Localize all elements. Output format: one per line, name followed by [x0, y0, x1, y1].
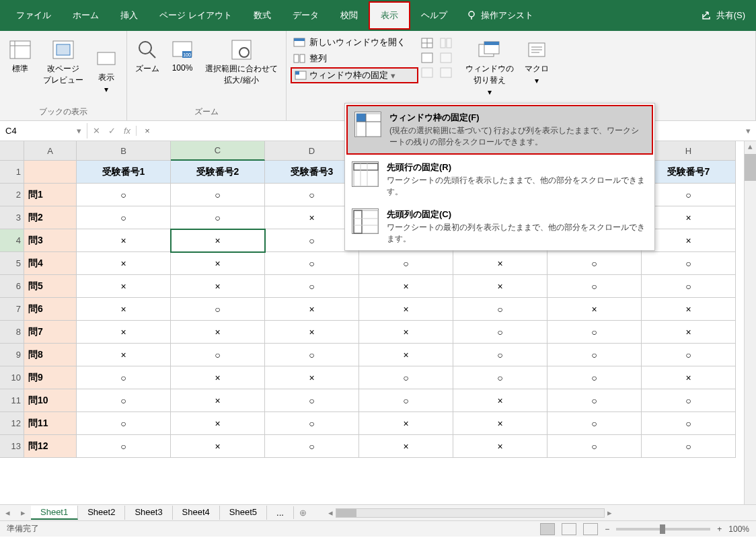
sync-scroll-icon[interactable] — [440, 52, 452, 63]
row-label[interactable]: 問3 — [24, 229, 77, 252]
row-header[interactable]: 11 — [0, 389, 24, 412]
cell[interactable]: × — [265, 321, 359, 344]
cell[interactable]: ○ — [77, 184, 171, 206]
sheet-tab[interactable]: Sheet4 — [173, 506, 220, 520]
cell[interactable]: × — [171, 389, 265, 412]
cell[interactable]: ○ — [642, 344, 736, 366]
column-title[interactable]: 受験番号7 — [642, 161, 736, 184]
cell[interactable]: × — [265, 298, 359, 321]
cell[interactable]: × — [77, 252, 171, 275]
row-header[interactable]: 7 — [0, 298, 24, 321]
share-button[interactable]: 共有(S) — [696, 4, 751, 27]
row-header[interactable]: 1 — [0, 161, 24, 184]
cell[interactable]: × — [359, 275, 453, 298]
tab-insert[interactable]: 挿入 — [110, 3, 149, 28]
cell[interactable]: × — [453, 275, 547, 298]
cell[interactable]: ○ — [77, 366, 171, 389]
cell[interactable]: ○ — [359, 366, 453, 389]
zoom-slider[interactable] — [616, 528, 710, 531]
view-normal-button[interactable]: 標準 — [4, 35, 36, 77]
row-header[interactable]: 8 — [0, 321, 24, 344]
arrange-button[interactable]: 整列 — [291, 51, 418, 66]
tab-data[interactable]: データ — [282, 3, 330, 28]
cell[interactable]: × — [359, 412, 453, 435]
row-label[interactable]: 問7 — [24, 321, 77, 344]
column-header[interactable]: A — [24, 141, 77, 161]
cell[interactable]: × — [453, 252, 547, 275]
row-header[interactable]: 5 — [0, 252, 24, 275]
zoom-100-button[interactable]: 100 100% — [166, 35, 198, 75]
view-show-button[interactable]: 表示 ▾ — [90, 44, 122, 97]
row-label[interactable]: 問1 — [24, 184, 77, 206]
tab-view[interactable]: 表示 — [369, 1, 410, 30]
row-header[interactable]: 13 — [0, 435, 24, 458]
cell[interactable]: ○ — [642, 184, 736, 206]
zoom-level[interactable]: 100% — [728, 524, 749, 534]
cell[interactable]: ○ — [265, 435, 359, 458]
sheet-tab[interactable]: Sheet5 — [220, 506, 267, 520]
zoom-button[interactable]: ズーム — [131, 35, 163, 77]
cell[interactable]: × — [171, 252, 265, 275]
cancel-icon[interactable]: ✕ — [93, 126, 100, 136]
cell[interactable]: × — [171, 321, 265, 344]
cell[interactable]: × — [171, 275, 265, 298]
expand-formula-icon[interactable]: ▾ — [741, 126, 756, 136]
row-label[interactable]: 問11 — [24, 412, 77, 435]
split-icon[interactable] — [421, 38, 433, 48]
freeze-panes-option[interactable]: ウィンドウ枠の固定(F) (現在の選択範囲に基づいて) 行および列を表示したまま… — [346, 105, 653, 155]
cell[interactable]: × — [171, 229, 265, 252]
tab-help[interactable]: ヘルプ — [410, 3, 458, 28]
cell[interactable]: ○ — [453, 321, 547, 344]
cell[interactable]: ○ — [547, 389, 642, 412]
cell[interactable]: × — [642, 298, 736, 321]
cell[interactable]: ○ — [642, 252, 736, 275]
cell[interactable]: × — [642, 321, 736, 344]
cell[interactable]: ○ — [547, 321, 642, 344]
cell[interactable]: ○ — [171, 206, 265, 229]
sheet-nav-next[interactable]: ▸ — [15, 508, 31, 518]
view-layout-icon[interactable] — [562, 523, 576, 535]
sheets-more[interactable]: ... — [267, 506, 294, 519]
cell[interactable]: × — [171, 366, 265, 389]
cell[interactable]: × — [171, 435, 265, 458]
cell[interactable]: × — [77, 229, 171, 252]
column-header[interactable]: B — [77, 141, 171, 161]
row-label[interactable]: 問12 — [24, 435, 77, 458]
row-label[interactable]: 問6 — [24, 298, 77, 321]
cell[interactable]: ○ — [171, 298, 265, 321]
cell[interactable]: × — [265, 366, 359, 389]
scroll-thumb[interactable] — [745, 154, 756, 181]
search-assist[interactable]: 操作アシスト — [466, 9, 533, 22]
tab-layout[interactable]: ページ レイアウト — [149, 3, 243, 28]
row-label[interactable]: 問5 — [24, 275, 77, 298]
view-break-icon[interactable] — [583, 523, 598, 535]
row-label[interactable]: 問10 — [24, 389, 77, 412]
cell[interactable]: ○ — [77, 435, 171, 458]
unhide-icon[interactable] — [421, 67, 433, 78]
cell[interactable]: × — [359, 321, 453, 344]
cell[interactable]: × — [77, 321, 171, 344]
cell[interactable]: × — [359, 435, 453, 458]
view-normal-icon[interactable] — [540, 523, 555, 535]
cell[interactable]: × — [171, 412, 265, 435]
column-title[interactable]: 受験番号1 — [77, 161, 171, 184]
cell[interactable]: ○ — [547, 344, 642, 366]
side-by-side-icon[interactable] — [440, 38, 452, 48]
sheet-tab[interactable]: Sheet2 — [78, 506, 125, 520]
freeze-panes-button[interactable]: ウィンドウ枠の固定 ▾ — [291, 67, 418, 83]
cell[interactable]: ○ — [453, 298, 547, 321]
cell[interactable]: ○ — [265, 412, 359, 435]
row-header[interactable]: 12 — [0, 412, 24, 435]
cell[interactable]: ○ — [77, 389, 171, 412]
zoom-selection-button[interactable]: 選択範囲に合わせて 拡大/縮小 — [201, 35, 282, 89]
zoom-out-button[interactable]: − — [605, 524, 609, 534]
column-title[interactable]: 受験番号2 — [171, 161, 265, 184]
select-all-corner[interactable] — [0, 141, 24, 161]
horizontal-scrollbar[interactable] — [336, 508, 605, 518]
row-header[interactable]: 4 — [0, 229, 24, 252]
enter-icon[interactable]: ✓ — [108, 126, 116, 136]
cell[interactable]: × — [642, 366, 736, 389]
cell[interactable]: × — [453, 389, 547, 412]
cell[interactable]: ○ — [265, 275, 359, 298]
name-box[interactable]: C4 ▾ — [0, 123, 87, 139]
